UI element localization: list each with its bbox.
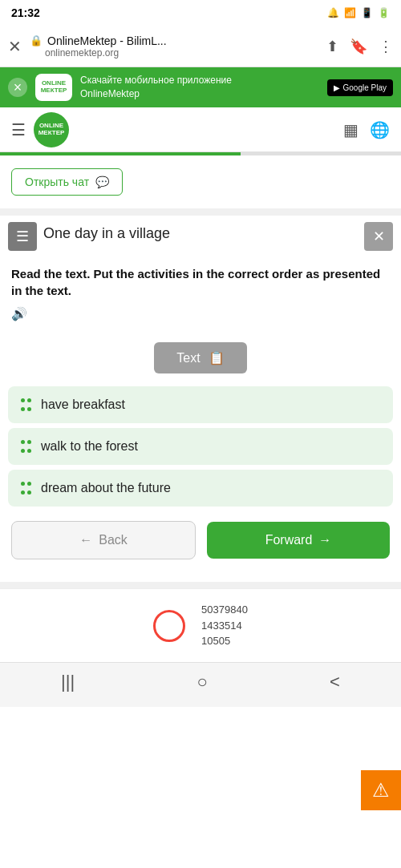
text-button-label: Text <box>176 351 200 365</box>
back-label: Back <box>99 533 128 547</box>
share-icon[interactable]: ⬆ <box>326 38 338 55</box>
footer-number-1: 50379840 <box>201 602 248 618</box>
browser-title: OnlineMektep - BilimL... <box>47 34 167 47</box>
drag-handle <box>21 440 31 453</box>
drag-handle <box>21 482 31 495</box>
android-menu-icon[interactable]: ||| <box>61 672 75 692</box>
drag-handle <box>21 398 31 411</box>
back-button[interactable]: ← Back <box>11 521 196 559</box>
forward-label: Forward <box>265 533 313 547</box>
hamburger-icon[interactable]: ☰ <box>11 120 26 139</box>
browser-title-row: 🔒 OnlineMektep - BilimL... <box>30 34 318 47</box>
forward-arrow-icon: → <box>318 533 331 547</box>
banner-text: Скачайте мобильное приложение OnlineMekt… <box>80 74 319 101</box>
footer-info: 50379840 1433514 10505 <box>0 588 401 662</box>
banner-logo: ONLINE МЕКТЕР <box>35 74 72 101</box>
text-btn-row: Text 📋 <box>0 334 401 386</box>
chat-icon: 💬 <box>95 176 109 188</box>
status-icons: 🔔 📶 📱 🔋 <box>327 7 390 18</box>
open-chat-button[interactable]: Открыть чат 💬 <box>11 168 123 196</box>
footer-number-3: 10505 <box>201 633 248 649</box>
nav-buttons: ← Back Forward → <box>0 507 401 574</box>
activity-text: dream about the future <box>41 481 171 495</box>
wifi-icon: 📶 <box>344 7 356 18</box>
site-header: ☰ ONLINE МЕКТЕР ▦ 🌐 <box>0 107 401 152</box>
browser-bar: ✕ 🔒 OnlineMektep - BilimL... onlinemekte… <box>0 26 401 67</box>
status-time: 21:32 <box>11 6 40 19</box>
exercise-menu-button[interactable]: ☰ <box>8 222 37 251</box>
alarm-icon: 🔔 <box>327 7 339 18</box>
footer-numbers: 50379840 1433514 10505 <box>201 602 248 649</box>
browser-actions: ⬆ 🔖 ⋮ <box>326 38 393 55</box>
browser-close-icon[interactable]: ✕ <box>8 37 22 56</box>
progress-bar-fill <box>0 152 241 155</box>
activity-text: have breakfast <box>41 398 125 412</box>
globe-icon[interactable]: 🌐 <box>370 120 390 139</box>
separator-1 <box>0 209 401 216</box>
exercise-title-block: One day in a village <box>43 222 358 245</box>
list-item[interactable]: walk to the forest <box>8 428 393 465</box>
play-icon: ▶ <box>334 83 340 92</box>
exercise-title: One day in a village <box>43 225 358 242</box>
exercise-header-bar: ☰ One day in a village ✕ <box>0 216 401 257</box>
warning-button[interactable]: ⚠ <box>361 770 401 810</box>
google-play-button[interactable]: ▶ Google Play <box>327 79 393 96</box>
lock-icon: 🔒 <box>30 34 43 46</box>
chat-area: Открыть чат 💬 <box>0 155 401 209</box>
activity-text: walk to the forest <box>41 439 138 454</box>
instructions-text: Read the text. Put the activities in the… <box>11 265 390 323</box>
speaker-icon[interactable]: 🔊 <box>11 305 27 323</box>
battery-icon: 🔋 <box>378 7 390 18</box>
chat-button-label: Открыть чат <box>25 176 89 188</box>
android-home-icon[interactable]: ○ <box>196 672 207 692</box>
list-item[interactable]: dream about the future <box>8 470 393 507</box>
copy-icon: 📋 <box>209 350 225 365</box>
grid-icon[interactable]: ▦ <box>343 120 358 139</box>
signal-icon: 📱 <box>361 7 373 18</box>
exercise-instructions: Read the text. Put the activities in the… <box>0 257 401 334</box>
instructions-label: Read the text. Put the activities in the… <box>11 265 390 299</box>
status-bar: 21:32 🔔 📶 📱 🔋 <box>0 0 401 26</box>
android-back-icon[interactable]: < <box>330 672 340 692</box>
forward-button[interactable]: Forward → <box>207 522 390 559</box>
header-icons: ▦ 🌐 <box>343 120 390 139</box>
text-button[interactable]: Text 📋 <box>154 342 246 373</box>
progress-bar-track <box>0 152 401 155</box>
bookmark-icon[interactable]: 🔖 <box>350 38 367 55</box>
exercise-close-button[interactable]: ✕ <box>364 222 393 251</box>
browser-url: onlinemektep.org <box>45 47 318 59</box>
footer-number-2: 1433514 <box>201 618 248 634</box>
warning-icon: ⚠ <box>372 779 390 801</box>
list-item[interactable]: have breakfast <box>8 386 393 423</box>
content-area: ☰ One day in a village ✕ Read the text. … <box>0 216 401 582</box>
footer-circle <box>153 610 185 642</box>
browser-title-block: 🔒 OnlineMektep - BilimL... onlinemektep.… <box>30 34 318 59</box>
site-logo: ONLINE МЕКТЕР <box>34 112 69 147</box>
android-nav-bar: ||| ○ < <box>0 662 401 707</box>
banner-close-button[interactable]: × <box>8 78 27 97</box>
back-arrow-icon: ← <box>79 533 92 547</box>
more-icon[interactable]: ⋮ <box>379 38 393 55</box>
app-banner: × ONLINE МЕКТЕР Скачайте мобильное прило… <box>0 67 401 107</box>
separator-2 <box>0 582 401 588</box>
activity-list: have breakfast walk to the forest <box>0 386 401 507</box>
